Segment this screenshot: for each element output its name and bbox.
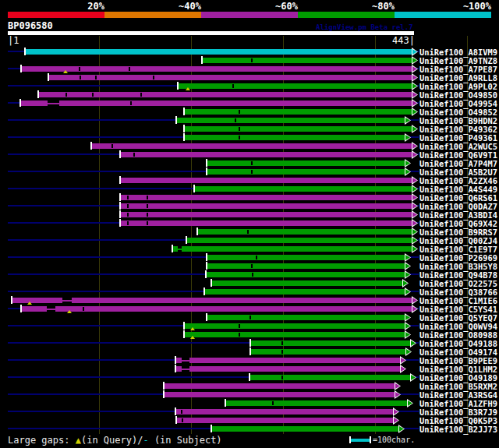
alignment-bar[interactable] bbox=[21, 101, 413, 106]
alignment-bar[interactable] bbox=[92, 143, 413, 149]
subject-label[interactable]: UniRef100_Q69X42 bbox=[419, 219, 497, 228]
alignment-bar[interactable] bbox=[22, 66, 413, 72]
bar-start-tick bbox=[11, 296, 12, 304]
subject-label[interactable]: UniRef100_Q94B78 bbox=[419, 270, 497, 279]
subject-label[interactable]: UniRef100_C1E9T7 bbox=[419, 245, 497, 253]
alignment-bar[interactable] bbox=[176, 366, 402, 372]
subject-label[interactable]: UniRef100_A7P4M7 bbox=[419, 159, 497, 168]
alignment-bar[interactable] bbox=[173, 246, 413, 252]
alignment-bar[interactable] bbox=[121, 203, 413, 209]
subject-label[interactable]: UniRef100_A3BDI4 bbox=[419, 210, 497, 219]
subject-label[interactable]: UniRef100_O49188 bbox=[419, 339, 497, 347]
subject-label[interactable]: UniRef100_B5RXM2 bbox=[419, 382, 497, 390]
alignment-bar[interactable] bbox=[212, 426, 400, 432]
subject-label[interactable]: UniRef100_A2WUC5 bbox=[419, 142, 497, 150]
alignment-row: UniRef100_Q6RS61 bbox=[0, 193, 499, 202]
alignment-bar[interactable] bbox=[121, 220, 413, 226]
identity-scale-label: ~100% bbox=[395, 1, 491, 11]
subject-label[interactable]: UniRef100_O22575 bbox=[419, 279, 497, 287]
alignment-bar[interactable] bbox=[121, 152, 413, 157]
subject-label[interactable]: UniRef100_B9HDN2 bbox=[419, 116, 497, 125]
alignment-bar[interactable] bbox=[203, 58, 413, 63]
alignment-bar[interactable] bbox=[251, 340, 412, 346]
alignment-bar[interactable] bbox=[207, 161, 406, 166]
alignment-bar[interactable] bbox=[165, 383, 396, 389]
subject-label[interactable]: UniRef100_Q0WV94 bbox=[419, 322, 497, 330]
alignment-bar[interactable] bbox=[251, 349, 407, 355]
subject-label[interactable]: UniRef100_Q00ZJ4 bbox=[419, 236, 497, 245]
alignment-bar[interactable] bbox=[121, 195, 413, 200]
subject-label[interactable]: UniRef100_B9RRS7 bbox=[419, 228, 497, 236]
alignment-bar[interactable] bbox=[176, 358, 402, 363]
subject-label[interactable]: UniRef100_O49850 bbox=[419, 90, 497, 99]
alignment-bar[interactable] bbox=[185, 109, 413, 115]
subject-gap-line bbox=[62, 300, 72, 302]
subject-label[interactable]: UniRef100_A9TNZ8 bbox=[419, 56, 497, 65]
subject-label[interactable]: UniRef100_A1ZFH9 bbox=[419, 399, 497, 407]
subject-label[interactable]: UniRef100_O49954 bbox=[419, 99, 497, 108]
subject-label[interactable]: UniRef100_P26969 bbox=[419, 253, 497, 262]
alignment-bar[interactable] bbox=[39, 92, 413, 97]
subject-label[interactable]: UniRef100_O49174 bbox=[419, 347, 497, 356]
alignment-bar[interactable] bbox=[176, 409, 395, 414]
alignment-bar[interactable] bbox=[12, 298, 413, 303]
subject-label[interactable]: UniRef100_B9PEE9 bbox=[419, 356, 497, 365]
alignment-bar[interactable] bbox=[165, 392, 396, 397]
subject-label[interactable]: UniRef100_A3RSG4 bbox=[419, 390, 497, 399]
subject-label[interactable]: UniRef100_C5YS41 bbox=[419, 305, 497, 313]
bar-start-tick bbox=[175, 407, 176, 415]
subject-label[interactable]: UniRef100_A7PE87 bbox=[419, 65, 497, 73]
alignment-bar[interactable] bbox=[226, 400, 409, 406]
alignment-bar[interactable] bbox=[185, 135, 406, 140]
subject-label[interactable]: UniRef100_A2ZX46 bbox=[419, 176, 497, 185]
subject-label[interactable]: UniRef100_P49362 bbox=[419, 125, 497, 133]
alignment-row: UniRef100_Q00ZJ4 bbox=[0, 236, 499, 245]
alignment-row: UniRef100_A3RSG4 bbox=[0, 390, 499, 399]
alignment-bar[interactable] bbox=[185, 323, 406, 329]
subject-label[interactable]: UniRef100_Q5YEQ7 bbox=[419, 313, 497, 322]
subject-label[interactable]: UniRef100_Q0DAZ7 bbox=[419, 202, 497, 210]
subject-label[interactable]: UniRef100_A9RLL8 bbox=[419, 73, 497, 82]
subject-label[interactable]: UniRef100_A5B2U7 bbox=[419, 168, 497, 176]
subject-label[interactable]: UniRef100_A8IVM9 bbox=[419, 48, 497, 56]
alignment-row: UniRef100_A9RLL8 bbox=[0, 73, 499, 82]
subject-label[interactable]: UniRef100_Q6RS61 bbox=[419, 193, 497, 202]
subject-label[interactable]: UniRef100_B2JJ73 bbox=[419, 425, 497, 433]
subject-label[interactable]: UniRef100_Q38766 bbox=[419, 287, 497, 296]
subject-label[interactable]: UniRef100_A9PL02 bbox=[419, 82, 497, 90]
alignment-bar[interactable] bbox=[198, 229, 413, 235]
subject-label[interactable]: UniRef100_B3H5Y8 bbox=[419, 262, 497, 270]
alignment-bar[interactable] bbox=[195, 186, 413, 192]
alignment-bar[interactable] bbox=[185, 126, 413, 132]
alignment-bar[interactable] bbox=[207, 272, 406, 277]
alignment-bar[interactable] bbox=[207, 169, 406, 175]
alignment-bar[interactable] bbox=[177, 418, 395, 423]
subject-label[interactable]: UniRef100_O49189 bbox=[419, 373, 497, 382]
alignment-bar[interactable] bbox=[26, 49, 413, 55]
bar-start-tick bbox=[48, 73, 49, 81]
alignment-bar[interactable] bbox=[187, 238, 413, 243]
alignment-bar[interactable] bbox=[205, 289, 406, 295]
alignment-bar[interactable] bbox=[49, 75, 413, 80]
alignment-bar[interactable] bbox=[121, 212, 413, 217]
alignment-bar[interactable] bbox=[250, 375, 412, 380]
subject-label[interactable]: UniRef100_A4S449 bbox=[419, 185, 497, 193]
alignment-bar[interactable] bbox=[207, 255, 406, 260]
alignment-bar[interactable] bbox=[207, 315, 406, 320]
query-id: BP096580 bbox=[8, 20, 53, 31]
subject-label[interactable]: UniRef100_Q1LHM2 bbox=[419, 365, 497, 373]
subject-label[interactable]: UniRef100_O80988 bbox=[419, 330, 497, 339]
alignment-bar[interactable] bbox=[185, 332, 406, 337]
alignment-bar[interactable] bbox=[121, 178, 413, 183]
subject-label[interactable]: UniRef100_Q0K5P3 bbox=[419, 416, 497, 425]
subject-label[interactable]: UniRef100_B3R7J9 bbox=[419, 407, 497, 416]
alignment-bar[interactable] bbox=[212, 280, 404, 286]
subject-label[interactable]: UniRef100_C1MIE6 bbox=[419, 296, 497, 305]
subject-label[interactable]: UniRef100_O49852 bbox=[419, 108, 497, 116]
alignment-bar[interactable] bbox=[207, 263, 406, 269]
subject-label[interactable]: UniRef100_P49361 bbox=[419, 133, 497, 142]
alignment-bar[interactable] bbox=[22, 306, 413, 312]
subject-label[interactable]: UniRef100_Q6V9T1 bbox=[419, 150, 497, 159]
alignment-bar[interactable] bbox=[179, 83, 413, 89]
alignment-bar[interactable] bbox=[177, 118, 406, 123]
